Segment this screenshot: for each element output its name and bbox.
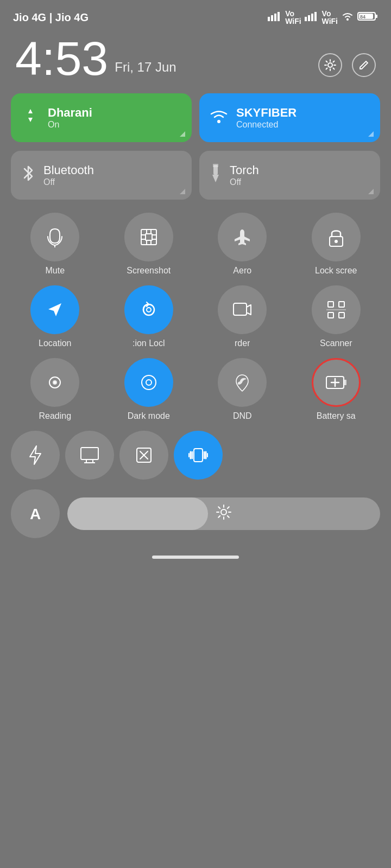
dnd-button[interactable] — [218, 358, 267, 407]
svg-rect-36 — [339, 312, 344, 318]
torch-info: Torch Off — [230, 163, 259, 187]
wifi-tile-title: SKYFIBER — [236, 106, 297, 120]
quick-item-screenrecord: rder — [198, 285, 287, 348]
bluetooth-info: Bluetooth Off — [43, 163, 94, 187]
tile-corner-mobile — [180, 131, 185, 137]
svg-point-42 — [146, 380, 152, 385]
wifi-tile-icon — [209, 107, 229, 128]
home-indicator — [0, 547, 391, 564]
bluetooth-title: Bluetooth — [43, 163, 94, 177]
brightness-slider[interactable] — [67, 497, 380, 530]
screenrecord-label: rder — [235, 339, 250, 348]
lockscreen-button[interactable] — [312, 213, 361, 261]
svg-point-13 — [328, 63, 332, 67]
bluetooth-tile[interactable]: Bluetooth Off — [11, 151, 192, 200]
vibrate-button[interactable] — [174, 431, 223, 480]
svg-line-68 — [228, 516, 229, 518]
quick-item-airplane: Aero — [198, 213, 287, 276]
battery-saver-label: Battery sa — [317, 411, 356, 421]
svg-line-67 — [218, 507, 220, 508]
bluetooth-subtitle: Off — [43, 177, 94, 187]
svg-rect-16 — [213, 164, 218, 167]
flash-button[interactable] — [11, 431, 60, 480]
svg-rect-33 — [328, 302, 333, 307]
screenrecord-button[interactable] — [218, 285, 267, 334]
darkmode-button[interactable] — [124, 358, 173, 407]
svg-rect-54 — [194, 449, 203, 462]
mobile-data-info: Dharani On — [48, 106, 92, 130]
wifi-tile[interactable]: SKYFIBER Connected — [199, 93, 380, 142]
svg-rect-3 — [278, 12, 280, 21]
location-button[interactable] — [30, 285, 79, 334]
mobile-data-title: Dharani — [48, 106, 92, 120]
svg-rect-10 — [375, 15, 377, 18]
torch-tile[interactable]: Torch Off — [199, 151, 380, 200]
clock-time: 4:53 — [15, 35, 108, 82]
tile-corner-bt — [180, 189, 185, 194]
reading-label: Reading — [39, 411, 71, 421]
quick-grid-row1: Mute Screenshot Aero — [0, 208, 391, 281]
svg-rect-0 — [268, 17, 270, 21]
bottom-row — [0, 426, 391, 485]
quick-item-location: Location — [11, 285, 99, 348]
svg-line-70 — [218, 516, 220, 518]
reading-button[interactable] — [30, 358, 79, 407]
vowifi-label-2: VoWiFi — [322, 10, 338, 25]
svg-rect-7 — [314, 12, 317, 21]
svg-point-62 — [221, 509, 226, 515]
svg-point-41 — [142, 375, 156, 390]
quick-item-lockscreen: Lock scree — [292, 213, 381, 276]
tile-corner-wifi — [368, 131, 374, 137]
wifi-icon — [341, 11, 354, 24]
screenoff-button[interactable] — [119, 431, 168, 480]
status-bar: Jio 4G | Jio 4G VoWiFi VoWiFi — [0, 0, 391, 29]
battery-saver-button[interactable] — [312, 358, 361, 407]
desktop-button[interactable] — [65, 431, 114, 480]
screenshot-button[interactable] — [124, 213, 173, 261]
wifi-tile-info: SKYFIBER Connected — [236, 106, 297, 130]
font-size-button[interactable]: A — [11, 489, 60, 538]
svg-rect-23 — [146, 234, 152, 240]
scanner-label: Scanner — [320, 339, 352, 348]
large-tiles-container: Dharani On SKYFIBER Connected — [0, 93, 391, 151]
quick-item-rotation: :ion Locl — [105, 285, 193, 348]
torch-subtitle: Off — [230, 177, 259, 187]
svg-rect-32 — [234, 303, 247, 315]
darkmode-label: Dark mode — [128, 411, 170, 421]
clock-date: Fri, 17 Jun — [115, 60, 176, 75]
airplane-button[interactable] — [218, 213, 267, 261]
home-bar — [152, 556, 239, 559]
quick-item-screenshot: Screenshot — [105, 213, 193, 276]
mute-button[interactable] — [30, 213, 79, 261]
battery-indicator: 84 — [357, 11, 378, 24]
settings-icon-btn[interactable] — [318, 53, 342, 77]
svg-rect-1 — [271, 15, 273, 21]
brightness-fill — [67, 497, 208, 530]
status-icons: VoWiFi VoWiFi 84 — [268, 10, 378, 25]
torch-title: Torch — [230, 163, 259, 177]
rotation-button[interactable] — [124, 285, 173, 334]
svg-text:A: A — [30, 506, 41, 522]
svg-rect-47 — [81, 448, 98, 459]
svg-point-29 — [335, 240, 338, 243]
scanner-button[interactable] — [312, 285, 361, 334]
edit-icon-btn[interactable] — [352, 53, 376, 77]
quick-item-battery-saver: Battery sa — [292, 358, 381, 421]
quick-grid-row2: Location :ion Locl rder — [0, 281, 391, 354]
svg-rect-5 — [308, 15, 310, 21]
medium-tiles-container: Bluetooth Off Torch Off — [0, 151, 391, 208]
airplane-label: Aero — [233, 266, 251, 276]
quick-item-reading: Reading — [11, 358, 99, 421]
quick-item-darkmode: Dark mode — [105, 358, 193, 421]
quick-item-mute: Mute — [11, 213, 99, 276]
svg-rect-18 — [141, 229, 156, 245]
svg-point-14 — [217, 120, 220, 123]
svg-rect-2 — [274, 14, 276, 21]
quick-item-dnd: DND — [198, 358, 287, 421]
wifi-tile-subtitle: Connected — [236, 120, 297, 130]
svg-point-8 — [346, 18, 349, 21]
svg-rect-35 — [328, 312, 333, 318]
svg-rect-6 — [311, 14, 313, 21]
carrier-text: Jio 4G | Jio 4G — [13, 11, 89, 24]
mobile-data-tile[interactable]: Dharani On — [11, 93, 192, 142]
